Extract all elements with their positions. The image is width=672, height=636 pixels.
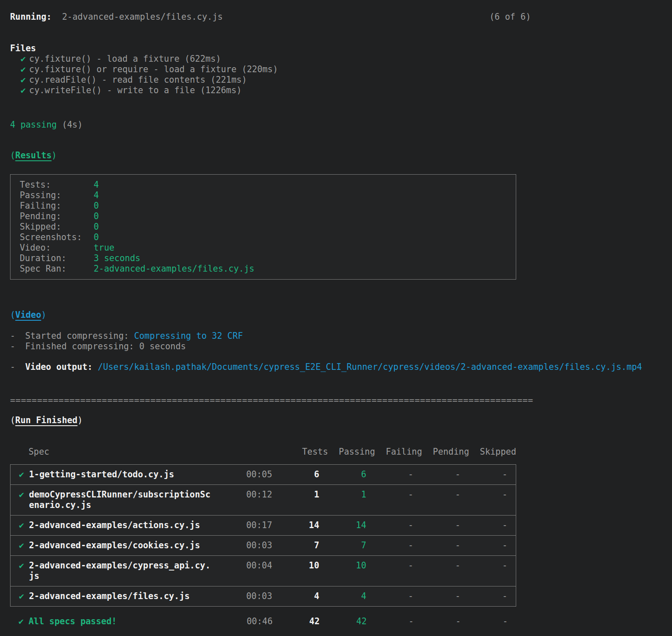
results-row: Duration:3 seconds (20, 253, 507, 264)
result-value: true (94, 243, 114, 253)
row-spec: 2-advanced-examples/cookies.cy.js (29, 540, 213, 551)
row-passing: 14 (319, 520, 366, 531)
test-duration: (1226ms) (200, 85, 242, 95)
row-duration: 00:05 (213, 469, 272, 480)
paren-open: ( (10, 310, 15, 320)
results-row: Pending:0 (20, 211, 507, 222)
row-failing: - (366, 560, 413, 571)
results-row: Spec Ran:2-advanced-examples/files.cy.js (20, 264, 507, 274)
check-icon: ✔ (10, 540, 29, 551)
row-failing: - (366, 520, 413, 531)
test-duration: (622ms) (185, 54, 221, 64)
results-heading: (Results) (10, 150, 672, 161)
results-heading-text: Results (15, 150, 51, 160)
row-duration: 00:12 (213, 489, 272, 500)
started-label: Started compressing: (25, 331, 129, 341)
video-heading: (Video) (10, 310, 672, 320)
row-failing: - (366, 469, 413, 480)
result-label: Spec Ran: (20, 264, 94, 274)
passing-summary: 4 passing (4s) (10, 120, 672, 130)
row-passing: 4 (319, 591, 366, 602)
header-skipped: Skipped (469, 447, 516, 457)
results-row: Screenshots:0 (20, 232, 507, 243)
check-icon: ✔ (10, 520, 29, 531)
result-label: Passing: (20, 190, 94, 201)
result-label: Tests: (20, 180, 94, 190)
result-value: 3 seconds (94, 253, 140, 263)
running-progress: (6 of 6) (489, 12, 531, 22)
check-icon: ✔ (21, 85, 26, 95)
finished-text: Finished compressing: 0 seconds (25, 341, 186, 351)
row-skipped: - (460, 520, 507, 531)
terminal-output: Running:2-advanced-examples/files.cy.js … (0, 0, 672, 631)
dash-bullet: - (10, 341, 25, 352)
header-tests: Tests (281, 447, 328, 457)
footer-skipped: - (461, 616, 508, 627)
suite-title: Files (10, 43, 672, 54)
result-value: 2-advanced-examples/files.cy.js (94, 264, 255, 274)
row-pending: - (413, 489, 460, 500)
footer-duration: 00:46 (212, 616, 273, 627)
row-passing: 1 (319, 489, 366, 500)
header-passing: Passing (328, 447, 375, 457)
result-value: 0 (94, 232, 99, 242)
header-failing: Failing (375, 447, 422, 457)
test-name: cy.writeFile() - write to a file (29, 85, 195, 95)
row-pending: - (413, 591, 460, 602)
row-passing: 10 (319, 560, 366, 571)
row-passing: 6 (319, 469, 366, 480)
row-skipped: - (460, 489, 507, 500)
running-label: Running: (10, 12, 52, 22)
passing-count: 4 passing (10, 120, 57, 130)
test-name: cy.readFile() - read file contents (29, 75, 205, 85)
result-label: Pending: (20, 211, 94, 222)
paren-close: ) (41, 310, 46, 320)
video-started-line: -Started compressing: Compressing to 32 … (10, 331, 672, 341)
check-icon: ✔ (10, 616, 29, 627)
result-value: 0 (94, 201, 99, 211)
row-tests: 7 (272, 540, 319, 551)
row-tests: 4 (272, 591, 319, 602)
table-row: ✔ 2-advanced-examples/files.cy.js 00:03 … (10, 586, 516, 606)
row-duration: 00:04 (213, 560, 272, 571)
header-spec: Spec (29, 447, 212, 457)
row-spec: demoCypressCLIRunner/subscriptionScenari… (29, 489, 213, 510)
test-duration: (221ms) (210, 75, 247, 85)
row-pending: - (413, 469, 460, 480)
paren-open: ( (10, 415, 15, 425)
result-value: 0 (94, 222, 99, 232)
test-line: ✔cy.fixture() or require - load a fixtur… (10, 64, 672, 75)
results-row: Passing:4 (20, 190, 507, 201)
row-tests: 14 (272, 520, 319, 531)
row-duration: 00:03 (213, 591, 272, 602)
result-label: Duration: (20, 253, 94, 264)
check-icon: ✔ (10, 560, 29, 571)
paren-close: ) (77, 415, 82, 425)
row-pending: - (413, 520, 460, 531)
test-line: ✔cy.fixture() - load a fixture (622ms) (10, 54, 672, 64)
row-duration: 00:17 (213, 520, 272, 531)
video-output-line: -Video output: /Users/kailash.pathak/Doc… (10, 362, 672, 372)
row-failing: - (366, 540, 413, 551)
run-table: ✔ 1-getting-started/todo.cy.js 00:05 6 6… (10, 464, 516, 607)
row-pending: - (413, 560, 460, 571)
row-spec: 1-getting-started/todo.cy.js (29, 469, 213, 480)
check-icon: ✔ (21, 64, 26, 74)
footer-passing: 42 (320, 616, 367, 627)
footer-pending: - (414, 616, 461, 627)
terminal-window: { "colors": { "background": "#202122", "… (0, 0, 672, 636)
video-compress-lines: -Started compressing: Compressing to 32 … (10, 331, 672, 352)
table-footer-row: ✔ All specs passed! 00:46 42 42 - - - (10, 612, 516, 631)
row-duration: 00:03 (213, 540, 272, 551)
footer-tests: 42 (273, 616, 320, 627)
started-value: Compressing to 32 CRF (134, 331, 243, 341)
check-icon: ✔ (10, 591, 29, 602)
result-label: Failing: (20, 201, 94, 211)
run-table-header: Spec Tests Passing Failing Pending Skipp… (10, 447, 516, 457)
separator-line: ========================================… (10, 395, 533, 406)
results-box: Tests:4 Passing:4 Failing:0 Pending:0 Sk… (10, 174, 516, 280)
footer-status: All specs passed! (29, 616, 212, 627)
result-label: Screenshots: (20, 232, 94, 243)
run-finished-text: Run Finished (15, 415, 77, 425)
check-icon: ✔ (10, 469, 29, 480)
